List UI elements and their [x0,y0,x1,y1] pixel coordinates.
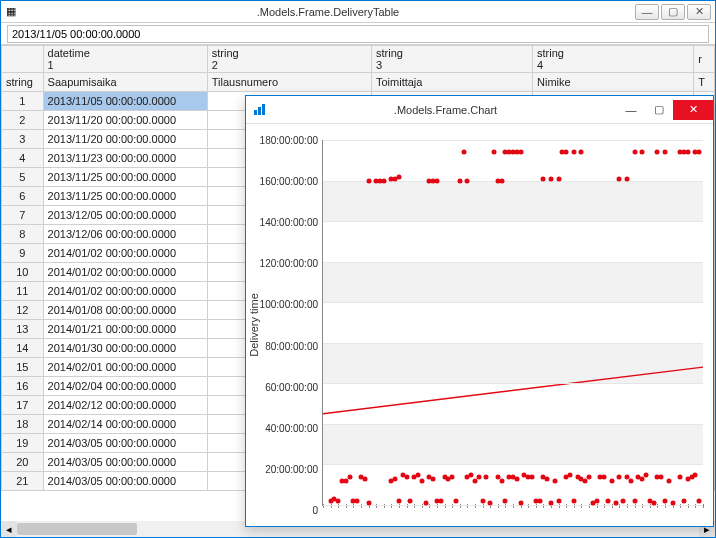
data-point [552,478,557,483]
data-point [609,478,614,483]
cell-datetime[interactable]: 2013/11/23 00:00:00.0000 [43,149,207,168]
row-header[interactable]: 19 [2,434,44,453]
window-title: .Models.Frame.DeliveryTable [21,6,635,18]
titlebar[interactable]: ▦ .Models.Frame.DeliveryTable ― ▢ ✕ [1,1,715,23]
data-point [499,478,504,483]
data-point [381,178,386,183]
data-point [541,176,546,181]
data-point [537,498,542,503]
chart-close-button[interactable]: ✕ [673,100,713,120]
row-header[interactable]: 20 [2,453,44,472]
data-point [613,500,618,505]
row-header[interactable]: 3 [2,130,44,149]
data-point [655,150,660,155]
cell-datetime[interactable]: 2013/11/05 00:00:00.0000 [43,92,207,111]
cell-datetime[interactable]: 2014/03/05 00:00:00.0000 [43,453,207,472]
cell-datetime[interactable]: 2014/01/02 00:00:00.0000 [43,263,207,282]
cell-datetime[interactable]: 2013/11/20 00:00:00.0000 [43,130,207,149]
cell-datetime[interactable]: 2014/02/12 00:00:00.0000 [43,396,207,415]
row-header[interactable]: 1 [2,92,44,111]
row-header[interactable]: 15 [2,358,44,377]
row-header[interactable]: 13 [2,320,44,339]
column-subheader[interactable]: T [694,73,715,92]
row-header[interactable]: 2 [2,111,44,130]
cell-datetime[interactable]: 2014/03/05 00:00:00.0000 [43,434,207,453]
cell-datetime[interactable]: 2013/11/20 00:00:00.0000 [43,111,207,130]
row-header[interactable]: 9 [2,244,44,263]
cell-datetime[interactable]: 2013/11/25 00:00:00.0000 [43,168,207,187]
data-point [663,498,668,503]
data-point [492,150,497,155]
maximize-button[interactable]: ▢ [661,4,685,20]
chart-plot-area[interactable] [322,140,703,506]
column-header[interactable]: datetime1 [43,46,207,73]
row-header[interactable]: 4 [2,149,44,168]
minimize-button[interactable]: ― [635,4,659,20]
row-header[interactable]: 6 [2,187,44,206]
row-header[interactable]: 5 [2,168,44,187]
data-point [393,476,398,481]
data-point [476,474,481,479]
scroll-left-button[interactable]: ◂ [1,521,17,537]
data-point [556,176,561,181]
data-point [583,478,588,483]
data-point [518,500,523,505]
data-point [408,498,413,503]
row-header[interactable]: 7 [2,206,44,225]
cell-datetime[interactable]: 2014/01/02 00:00:00.0000 [43,244,207,263]
row-header[interactable]: 17 [2,396,44,415]
row-header[interactable]: 16 [2,377,44,396]
data-point [682,498,687,503]
data-point [343,478,348,483]
data-point [457,178,462,183]
scroll-thumb[interactable] [17,523,137,535]
chart-titlebar[interactable]: .Models.Frame.Chart ― ▢ ✕ [246,96,713,124]
data-point [697,150,702,155]
column-header[interactable]: r [694,46,715,73]
cell-address-input[interactable] [7,25,709,43]
cell-datetime[interactable]: 2014/02/04 00:00:00.0000 [43,377,207,396]
row-header[interactable]: 21 [2,472,44,491]
close-button[interactable]: ✕ [687,4,711,20]
data-point [336,498,341,503]
data-point [651,500,656,505]
cell-datetime[interactable]: 2014/02/14 00:00:00.0000 [43,415,207,434]
cell-datetime[interactable]: 2013/12/06 00:00:00.0000 [43,225,207,244]
data-point [617,474,622,479]
column-subheader[interactable]: Nimike [533,73,694,92]
data-point [450,474,455,479]
data-point [419,478,424,483]
cell-datetime[interactable]: 2013/11/25 00:00:00.0000 [43,187,207,206]
cell-datetime[interactable]: 2014/01/08 00:00:00.0000 [43,301,207,320]
column-subheader[interactable]: Tilausnumero [207,73,371,92]
row-header[interactable]: 10 [2,263,44,282]
data-point [697,498,702,503]
cell-address-bar [1,23,715,45]
row-header[interactable]: 11 [2,282,44,301]
cell-datetime[interactable]: 2014/01/21 00:00:00.0000 [43,320,207,339]
column-subheader[interactable]: Saapumisaika [43,73,207,92]
column-header[interactable]: string2 [207,46,371,73]
cell-datetime[interactable]: 2014/02/01 00:00:00.0000 [43,358,207,377]
column-subheader[interactable]: Toimittaja [371,73,532,92]
cell-datetime[interactable]: 2014/01/30 00:00:00.0000 [43,339,207,358]
corner-header[interactable]: string [2,73,44,92]
row-header[interactable]: 14 [2,339,44,358]
row-header[interactable]: 12 [2,301,44,320]
data-point [465,178,470,183]
data-point [617,176,622,181]
data-point [530,474,535,479]
cell-datetime[interactable]: 2014/03/05 00:00:00.0000 [43,472,207,491]
row-header[interactable]: 8 [2,225,44,244]
data-point [549,500,554,505]
cell-datetime[interactable]: 2014/01/02 00:00:00.0000 [43,282,207,301]
chart-minimize-button[interactable]: ― [617,100,645,120]
row-header[interactable]: 18 [2,415,44,434]
data-point [461,150,466,155]
data-point [469,472,474,477]
chart-maximize-button[interactable]: ▢ [645,100,673,120]
column-header[interactable]: string3 [371,46,532,73]
column-header[interactable]: string4 [533,46,694,73]
data-point [362,476,367,481]
cell-datetime[interactable]: 2013/12/05 00:00:00.0000 [43,206,207,225]
